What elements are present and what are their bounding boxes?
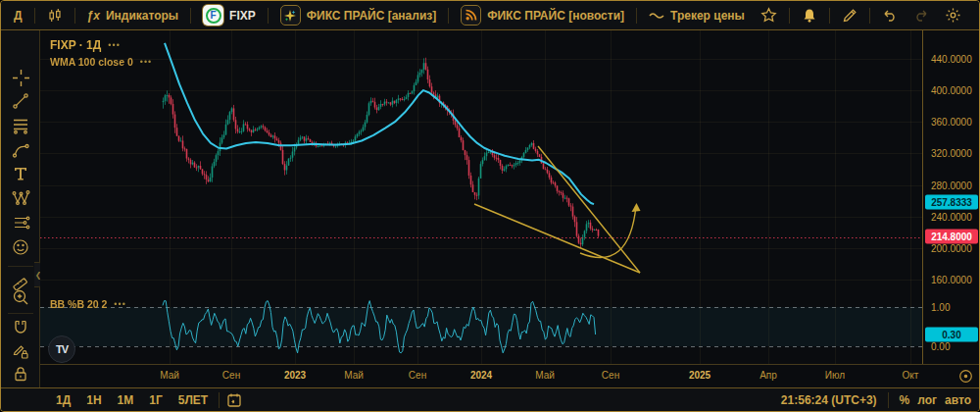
price-tick: 440.0000	[931, 53, 972, 64]
bell-icon	[802, 8, 817, 24]
bb-legend: BB %B 20 2 •••	[50, 298, 126, 310]
zoom-in-icon	[12, 288, 29, 310]
time-tick: Май	[344, 370, 364, 381]
chart-style-button[interactable]	[40, 4, 70, 27]
xabcd-pattern-icon	[12, 189, 30, 211]
bottom-right-group: 21:56:24 (UTC+3) % лог авто	[781, 392, 980, 408]
fib-retracement-icon	[12, 117, 29, 138]
percent-scale-button[interactable]: %	[900, 393, 910, 407]
range-button-1г[interactable]: 1Г	[143, 391, 168, 409]
symbol-legend-menu[interactable]: •••	[108, 40, 120, 50]
news-label: ФИКС ПРАЙС [новости]	[487, 9, 624, 23]
indicators-button[interactable]: ƒx Индикаторы	[80, 4, 186, 27]
time-tick: 2024	[470, 370, 492, 381]
toolbar-divider	[448, 8, 449, 24]
go-to-date-button[interactable]	[222, 388, 246, 412]
tradingview-logo[interactable]: TV	[48, 335, 75, 363]
fx-icon: ƒx	[87, 9, 100, 23]
fib-retracement-tool-button[interactable]	[9, 116, 32, 139]
drawing-lock-tool-button[interactable]	[9, 341, 32, 365]
time-tick: 2023	[284, 370, 306, 381]
toolbar-divider	[190, 8, 191, 24]
magnet-tool-button[interactable]	[9, 318, 32, 341]
crosshair-icon	[12, 69, 30, 91]
clock-label[interactable]: 21:56:24 (UTC+3)	[781, 393, 877, 407]
log-scale-button[interactable]: лог	[917, 393, 937, 407]
last-price-badge: 214.8000	[925, 229, 978, 243]
indicators-label: Индикаторы	[106, 9, 178, 23]
alert-button[interactable]	[795, 4, 824, 27]
drawing-toolbar	[1, 30, 40, 387]
symbol-legend: FIXP · 1Д •••	[50, 38, 121, 52]
symbol-legend-title[interactable]: FIXP · 1Д	[50, 38, 101, 52]
symbol-label: FIXP	[229, 9, 256, 23]
redo-button[interactable]	[906, 4, 936, 27]
zoom-in-tool-button[interactable]	[9, 287, 32, 311]
crosshair-tool-button[interactable]	[9, 68, 32, 91]
time-tick: Май	[160, 370, 179, 381]
wma-legend-title[interactable]: WMA 100 close 0	[50, 56, 133, 68]
toolbar-divider	[268, 8, 269, 24]
toolbar-divider	[219, 392, 220, 408]
timezone-button[interactable]	[958, 369, 973, 384]
bb-axis[interactable]: 1.000.000.30	[922, 295, 980, 364]
price-tick: 160.0000	[931, 274, 972, 284]
trend-line-tool-button[interactable]	[9, 91, 32, 115]
text-icon	[12, 165, 29, 186]
xabcd-pattern-tool-button[interactable]	[9, 188, 32, 212]
candlestick-icon	[47, 8, 63, 24]
curve-tool-button[interactable]	[9, 140, 32, 164]
analysis-label: ФИКС ПРАЙС [анализ]	[307, 9, 436, 23]
top-toolbar: Д ƒx Индикаторы F FIXP	[1, 1, 980, 30]
bottom-toolbar: 1Д1Н1М1Г5ЛЕТ 21:56:24 (UTC+3) % лог авто	[1, 387, 980, 412]
watchlist-star-button[interactable]	[754, 4, 784, 27]
pencil-icon	[842, 8, 858, 24]
lock-all-tool-button[interactable]	[9, 364, 32, 387]
emoji-tool-button[interactable]	[9, 237, 32, 261]
bb-legend-menu[interactable]: •••	[114, 299, 125, 309]
price-tick: 240.0000	[931, 211, 972, 222]
sidebar-divider	[8, 266, 33, 267]
text-tool-button[interactable]	[9, 164, 32, 187]
rss-icon	[461, 5, 481, 26]
auto-scale-button[interactable]: авто	[945, 393, 971, 407]
toolbar-divider	[636, 8, 637, 24]
price-axis[interactable]: 440.0000400.0000360.0000320.0000280.0000…	[922, 30, 980, 295]
range-button-5лет[interactable]: 5ЛЕТ	[172, 391, 214, 409]
toolbar-divider	[74, 8, 75, 24]
undo-icon	[882, 9, 898, 23]
wma-legend-menu[interactable]: •••	[140, 57, 152, 67]
price-tick: 400.0000	[931, 85, 972, 96]
bb-legend-title[interactable]: BB %B 20 2	[50, 298, 107, 310]
gear-icon	[945, 7, 961, 24]
range-button-1д[interactable]: 1Д	[50, 391, 76, 409]
settings-button[interactable]	[938, 4, 968, 27]
undo-button[interactable]	[875, 4, 905, 27]
symbol-button[interactable]: F FIXP	[196, 4, 263, 27]
news-button[interactable]: ФИКС ПРАЙС [новости]	[454, 4, 631, 27]
range-button-1м[interactable]: 1М	[112, 391, 140, 409]
analysis-button[interactable]: ФИКС ПРАЙС [анализ]	[273, 4, 443, 27]
tracker-label: Трекер цены	[670, 9, 745, 23]
time-tick: Сен	[409, 370, 426, 381]
price-tracker-button[interactable]: Трекер цены	[642, 4, 752, 27]
magnet-icon	[12, 319, 29, 340]
redo-icon	[913, 9, 929, 23]
toolbar-divider	[829, 8, 830, 24]
price-tick: 320.0000	[931, 148, 972, 159]
toolbar-divider	[869, 8, 870, 24]
draw-button[interactable]	[835, 4, 864, 27]
price-tick: 280.0000	[931, 180, 972, 190]
time-tick: Апр	[760, 370, 777, 381]
time-axis[interactable]: МайСен2023МайСен2024МайСен2025АпрИюлОкт	[40, 364, 980, 387]
forecast-icon	[12, 214, 30, 235]
bb-indicator-canvas[interactable]	[40, 295, 922, 364]
time-tick: Сен	[602, 370, 619, 381]
toolbar-right-group	[938, 4, 980, 27]
interval-button[interactable]: Д	[7, 4, 29, 27]
main-chart-canvas[interactable]	[40, 30, 922, 295]
time-tick: Окт	[903, 370, 919, 381]
bb-tick: 1.00	[931, 302, 950, 313]
range-button-1н[interactable]: 1Н	[80, 391, 107, 409]
forecast-tool-button[interactable]	[9, 213, 32, 236]
